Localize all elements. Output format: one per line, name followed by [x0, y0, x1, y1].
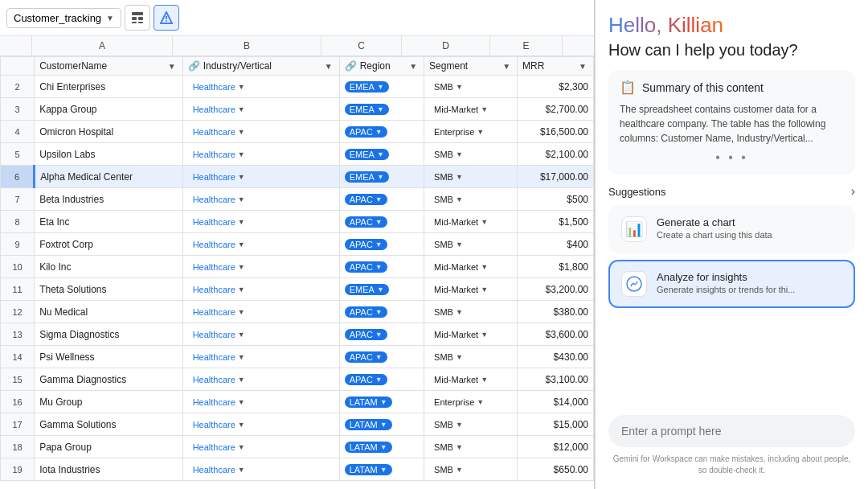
suggestion-generate-chart[interactable]: 📊 Generate a chart Create a chart using …: [608, 205, 855, 253]
industry-cell[interactable]: Healthcare ▼: [182, 458, 339, 481]
mrr-filter-btn[interactable]: ▼: [577, 62, 588, 71]
segment-cell[interactable]: SMB ▼: [424, 436, 518, 458]
col-letter-c[interactable]: C: [321, 36, 402, 55]
industry-cell[interactable]: Healthcare ▼: [182, 211, 339, 233]
segment-cell[interactable]: Mid-Market ▼: [424, 323, 518, 346]
table-row[interactable]: 11Theta SolutionsHealthcare ▼EMEA ▼Mid-M…: [1, 278, 594, 301]
table-row[interactable]: 8Eta IncHealthcare ▼APAC ▼Mid-Market ▼$1…: [1, 211, 594, 233]
table-body: 2Chi EnterprisesHealthcare ▼EMEA ▼SMB ▼$…: [1, 76, 594, 481]
table-row[interactable]: 13Sigma DiagnosticsHealthcare ▼APAC ▼Mid…: [1, 323, 594, 346]
region-filter-btn[interactable]: ▼: [407, 62, 419, 71]
table-row[interactable]: 9Foxtrot CorpHealthcare ▼APAC ▼SMB ▼$400: [1, 233, 594, 256]
segment-cell[interactable]: Mid-Market ▼: [424, 256, 518, 278]
table-row[interactable]: 4Omicron HospitalHealthcare ▼APAC ▼Enter…: [1, 121, 594, 143]
industry-cell[interactable]: Healthcare ▼: [182, 98, 339, 121]
industry-cell[interactable]: Healthcare ▼: [182, 391, 339, 413]
region-cell[interactable]: EMEA ▼: [339, 278, 424, 301]
industry-cell[interactable]: Healthcare ▼: [182, 436, 339, 458]
industry-cell[interactable]: Healthcare ▼: [182, 346, 339, 368]
industry-cell[interactable]: Healthcare ▼: [182, 323, 339, 346]
region-cell[interactable]: EMEA ▼: [339, 98, 424, 121]
industry-cell[interactable]: Healthcare ▼: [182, 76, 339, 98]
summary-title: Summary of this content: [642, 81, 764, 94]
segment-filter-btn[interactable]: ▼: [501, 62, 512, 71]
table-row[interactable]: 16Mu GroupHealthcare ▼LATAM ▼Enterprise …: [1, 391, 594, 413]
region-cell[interactable]: APAC ▼: [339, 256, 424, 278]
region-cell[interactable]: LATAM ▼: [339, 436, 424, 458]
industry-cell[interactable]: Healthcare ▼: [182, 278, 339, 301]
region-cell[interactable]: APAC ▼: [339, 121, 424, 143]
table-row[interactable]: 12Nu MedicalHealthcare ▼APAC ▼SMB ▼$380.…: [1, 301, 594, 323]
suggestions-chevron[interactable]: ›: [851, 184, 855, 199]
region-cell[interactable]: APAC ▼: [339, 323, 424, 346]
table-row[interactable]: 10Kilo IncHealthcare ▼APAC ▼Mid-Market ▼…: [1, 256, 594, 278]
segment-cell[interactable]: Mid-Market ▼: [424, 98, 518, 121]
col-header-region[interactable]: 🔗 Region ▼: [339, 57, 424, 76]
table-row[interactable]: 3Kappa GroupHealthcare ▼EMEA ▼Mid-Market…: [1, 98, 594, 121]
region-cell[interactable]: APAC ▼: [339, 301, 424, 323]
industry-cell[interactable]: Healthcare ▼: [182, 166, 339, 188]
segment-cell[interactable]: SMB ▼: [424, 143, 518, 166]
segment-cell[interactable]: SMB ▼: [424, 301, 518, 323]
table-row[interactable]: 5Upsilon LabsHealthcare ▼EMEA ▼SMB ▼$2,1…: [1, 143, 594, 166]
segment-cell[interactable]: SMB ▼: [424, 188, 518, 211]
col-header-industry[interactable]: 🔗 Industry/Vertical ▼: [182, 57, 339, 76]
automation-btn[interactable]: [154, 5, 179, 31]
segment-cell[interactable]: Enterprise ▼: [424, 391, 518, 413]
region-cell[interactable]: APAC ▼: [339, 368, 424, 391]
industry-cell[interactable]: Healthcare ▼: [182, 256, 339, 278]
region-cell[interactable]: APAC ▼: [339, 211, 424, 233]
industry-filter-btn[interactable]: ▼: [323, 62, 334, 71]
col-letter-a[interactable]: A: [32, 36, 173, 55]
col-letter-e[interactable]: E: [490, 36, 563, 55]
region-cell[interactable]: EMEA ▼: [339, 166, 424, 188]
table-row[interactable]: 6Alpha Medical CenterHealthcare ▼EMEA ▼S…: [1, 166, 594, 188]
row-number: 2: [1, 76, 35, 98]
segment-cell[interactable]: Mid-Market ▼: [424, 211, 518, 233]
segment-cell[interactable]: SMB ▼: [424, 233, 518, 256]
industry-cell[interactable]: Healthcare ▼: [182, 368, 339, 391]
industry-cell[interactable]: Healthcare ▼: [182, 413, 339, 436]
region-cell[interactable]: APAC ▼: [339, 233, 424, 256]
region-cell[interactable]: LATAM ▼: [339, 413, 424, 436]
region-cell[interactable]: APAC ▼: [339, 188, 424, 211]
industry-cell[interactable]: Healthcare ▼: [182, 143, 339, 166]
region-cell[interactable]: LATAM ▼: [339, 458, 424, 481]
industry-cell[interactable]: Healthcare ▼: [182, 233, 339, 256]
segment-cell[interactable]: SMB ▼: [424, 413, 518, 436]
col-header-mrr[interactable]: MRR ▼: [518, 57, 594, 76]
segment-cell[interactable]: Enterprise ▼: [424, 121, 518, 143]
region-cell[interactable]: LATAM ▼: [339, 391, 424, 413]
table-row[interactable]: 18Papa GroupHealthcare ▼LATAM ▼SMB ▼$12,…: [1, 436, 594, 458]
prompt-input[interactable]: [608, 415, 855, 447]
industry-cell[interactable]: Healthcare ▼: [182, 188, 339, 211]
table-view-btn[interactable]: [125, 5, 150, 31]
row-number: 17: [1, 413, 35, 436]
table-row[interactable]: 14Psi WellnessHealthcare ▼APAC ▼SMB ▼$43…: [1, 346, 594, 368]
region-cell[interactable]: EMEA ▼: [339, 143, 424, 166]
col-header-segment[interactable]: Segment ▼: [424, 57, 518, 76]
col-header-customername[interactable]: CustomerName ▼: [35, 57, 183, 76]
region-cell[interactable]: APAC ▼: [339, 346, 424, 368]
region-cell[interactable]: EMEA ▼: [339, 76, 424, 98]
segment-cell[interactable]: SMB ▼: [424, 166, 518, 188]
segment-cell[interactable]: Mid-Market ▼: [424, 278, 518, 301]
customername-filter-btn[interactable]: ▼: [166, 62, 178, 71]
segment-cell[interactable]: SMB ▼: [424, 458, 518, 481]
row-num-header: [0, 36, 32, 55]
segment-cell[interactable]: SMB ▼: [424, 346, 518, 368]
table-row[interactable]: 19Iota IndustriesHealthcare ▼LATAM ▼SMB …: [1, 458, 594, 481]
sheet-name-tab[interactable]: Customer_tracking ▼: [6, 8, 121, 28]
segment-cell[interactable]: SMB ▼: [424, 76, 518, 98]
table-row[interactable]: 17Gamma SolutionsHealthcare ▼LATAM ▼SMB …: [1, 413, 594, 436]
industry-cell[interactable]: Healthcare ▼: [182, 121, 339, 143]
col-letter-d[interactable]: D: [402, 36, 490, 55]
suggestion-analyze-insights[interactable]: Analyze for insights Generate insights o…: [608, 260, 855, 308]
segment-cell[interactable]: Mid-Market ▼: [424, 368, 518, 391]
industry-cell[interactable]: Healthcare ▼: [182, 301, 339, 323]
table-row[interactable]: 2Chi EnterprisesHealthcare ▼EMEA ▼SMB ▼$…: [1, 76, 594, 98]
col-letter-b[interactable]: B: [173, 36, 321, 55]
table-row[interactable]: 15Gamma DiagnosticsHealthcare ▼APAC ▼Mid…: [1, 368, 594, 391]
sheet-name-chevron: ▼: [106, 14, 114, 23]
table-row[interactable]: 7Beta IndustriesHealthcare ▼APAC ▼SMB ▼$…: [1, 188, 594, 211]
